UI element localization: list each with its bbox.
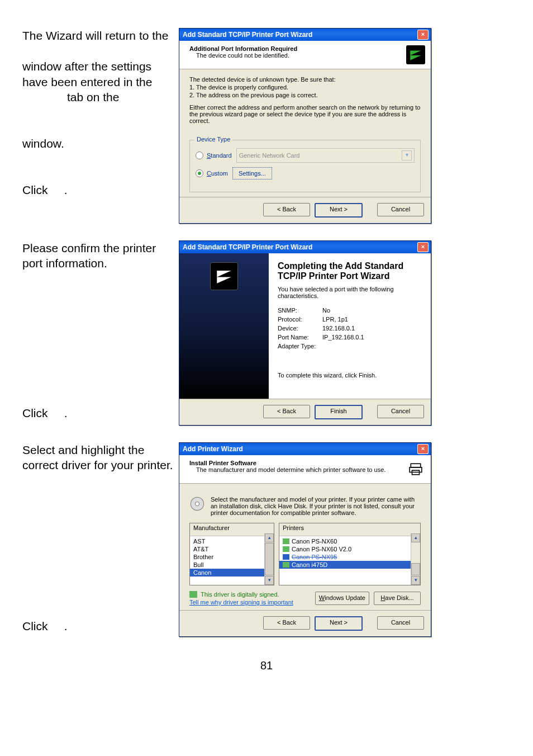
driver-lists: Manufacturer AST AT&T Brother Bull Canon… (189, 523, 421, 585)
dropdown-value: Generic Network Card (239, 152, 300, 159)
cancel-button[interactable]: Cancel (377, 203, 424, 216)
cancel-button[interactable]: Cancel (377, 616, 424, 630)
printer-icon (406, 460, 425, 479)
instr-text: Select and highlight the correct driver … (22, 442, 173, 473)
list-header: Printers (279, 523, 420, 536)
completion-content: Completing the Add Standard TCP/IP Print… (269, 253, 431, 399)
header-title: Install Printer Software (189, 460, 402, 466)
scroll-down-icon[interactable]: ▾ (265, 576, 274, 585)
wizard-header: Additional Port Information Required The… (179, 41, 431, 69)
instr-text: Click . (22, 618, 173, 634)
kv-device: Device:192.168.0.1 (278, 325, 422, 332)
scroll-down-icon[interactable]: ▾ (411, 576, 420, 585)
page-number: 81 (22, 659, 511, 672)
list-item-selected[interactable]: Canon (190, 569, 274, 577)
standard-radio-row[interactable]: Standard Generic Network Card ▾ (196, 148, 415, 163)
list-item[interactable]: AT&T (190, 545, 274, 553)
scroll-thumb[interactable] (265, 543, 274, 575)
scroll-up-icon[interactable]: ▴ (411, 533, 420, 542)
explain-text: The detected device is of unknown type. … (189, 76, 421, 83)
wizard-body: The detected device is of unknown type. … (179, 69, 431, 197)
kv-protocol: Protocol:LPR, 1p1 (278, 316, 422, 323)
section-2: Please confirm the printer port informat… (22, 240, 511, 426)
custom-radio-row[interactable]: Custom Settings... (196, 167, 415, 179)
screenshot-2: Add Standard TCP/IP Printer Port Wizard … (179, 240, 511, 426)
signed-icon (283, 538, 289, 544)
radio-label: Standard (207, 152, 232, 159)
device-type-dropdown: Generic Network Card ▾ (236, 148, 415, 163)
svg-rect-9 (189, 591, 197, 598)
radio-selected-icon[interactable] (196, 169, 203, 177)
wizard-side-panel (179, 253, 269, 399)
printer-port-icon (406, 45, 425, 64)
header-title: Additional Port Information Required (189, 45, 402, 52)
completion-title: Completing the Add Standard TCP/IP Print… (278, 261, 422, 281)
instr-text: The Wizard will return to the (22, 28, 173, 43)
finish-button[interactable]: Finish (315, 405, 363, 419)
printer-port-icon (210, 262, 238, 290)
driver-signed-row: This driver is digitally signed. Tell me… (189, 591, 421, 606)
instr-text: Click . (22, 405, 173, 420)
printers-list[interactable]: Printers Canon PS-NX60 Canon PS-NX60 V2.… (279, 523, 421, 585)
signed-icon (189, 591, 197, 598)
svg-rect-5 (283, 538, 289, 544)
next-button[interactable]: Next > (315, 203, 363, 218)
header-subtitle: The manufacturer and model determine whi… (189, 466, 402, 473)
list-item[interactable]: AST (190, 537, 274, 545)
settings-button[interactable]: Settings... (232, 167, 272, 179)
windows-update-button[interactable]: Windows Update (315, 592, 369, 605)
list-item[interactable]: Bull (190, 561, 274, 569)
back-button[interactable]: < Back (263, 616, 310, 630)
button-bar: < Back Finish Cancel (179, 399, 431, 425)
groupbox-legend: Device Type (194, 136, 232, 143)
back-button[interactable]: < Back (263, 405, 310, 418)
radio-label: Custom (207, 170, 228, 177)
titlebar[interactable]: Add Standard TCP/IP Printer Port Wizard … (179, 29, 431, 41)
device-type-groupbox: Device Type Standard Generic Network Car… (189, 140, 421, 192)
scroll-thumb[interactable] (411, 563, 420, 575)
next-button[interactable]: Next > (315, 616, 363, 631)
document-page: The Wizard will return to the window aft… (0, 0, 533, 694)
svg-rect-0 (411, 464, 420, 467)
completion-body: Completing the Add Standard TCP/IP Print… (179, 253, 431, 399)
svg-rect-6 (283, 546, 289, 552)
scroll-up-icon[interactable]: ▴ (265, 533, 274, 542)
section-1: The Wizard will return to the window aft… (22, 28, 511, 224)
close-icon[interactable]: × (417, 444, 429, 454)
titlebar[interactable]: Add Printer Wizard × (179, 443, 431, 455)
header-subtitle: The device could not be identified. (189, 52, 402, 59)
list-item[interactable]: Canon PS-NX60 V2.0 (279, 545, 420, 553)
why-signing-link[interactable]: Tell me why driver signing is important (189, 599, 293, 606)
radio-unselected-icon[interactable] (196, 152, 203, 159)
close-icon[interactable]: × (417, 242, 429, 252)
instruction-row: Select the manufacturer and model of you… (189, 496, 421, 516)
tcpip-port-wizard-complete-dialog: Add Standard TCP/IP Printer Port Wizard … (179, 240, 431, 426)
wizard-body: Select the manufacturer and model of you… (179, 484, 431, 610)
manufacturer-list[interactable]: Manufacturer AST AT&T Brother Bull Canon… (189, 523, 274, 585)
titlebar[interactable]: Add Standard TCP/IP Printer Port Wizard … (179, 241, 431, 253)
button-bar: < Back Next > Cancel (179, 610, 431, 636)
explain-text: Either correct the address and perform a… (189, 104, 421, 124)
instr-text: Please confirm the printer port informat… (22, 240, 173, 271)
list-item[interactable]: Canon PS-NX60 (279, 537, 420, 545)
have-disk-button[interactable]: Have Disk... (374, 592, 421, 605)
scrollbar[interactable]: ▴ ▾ (411, 533, 420, 585)
list-item[interactable]: Brother (190, 553, 274, 561)
svg-rect-8 (283, 562, 289, 568)
svg-rect-7 (283, 554, 289, 560)
close-icon[interactable]: × (417, 30, 429, 40)
cancel-button[interactable]: Cancel (377, 405, 424, 418)
signed-status: This driver is digitally signed. (189, 591, 293, 598)
window-title: Add Printer Wizard (183, 445, 243, 453)
disc-icon (189, 496, 205, 512)
back-button[interactable]: < Back (263, 203, 310, 216)
list-item[interactable]: Canon PS-NX95 (279, 553, 420, 561)
wizard-header: Install Printer Software The manufacture… (179, 455, 431, 484)
svg-point-4 (196, 502, 199, 506)
scrollbar[interactable]: ▴ ▾ (264, 533, 274, 585)
list-item-selected[interactable]: Canon i475D (279, 561, 420, 569)
explain-text: 1. The device is properly configured. (189, 84, 421, 91)
instr-text: window. (22, 136, 173, 151)
instruction-column-1: The Wizard will return to the window aft… (22, 28, 179, 198)
explain-text: 2. The address on the previous page is c… (189, 92, 421, 98)
